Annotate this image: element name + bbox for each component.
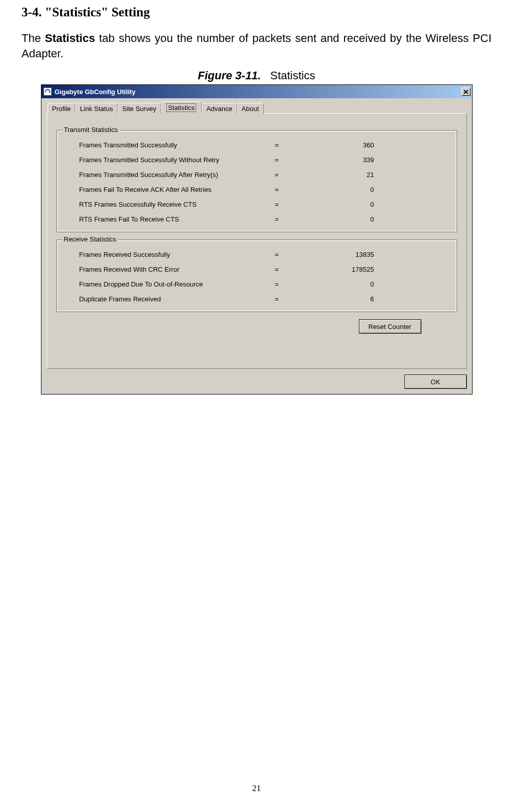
stat-row: Frames Transmitted Successfully After Re… [79,167,446,182]
stat-value: 339 [282,156,374,164]
stat-eq: = [272,251,282,258]
close-button[interactable] [461,87,471,96]
tab-advance[interactable]: Advance [202,103,237,114]
stat-label: Frames Received With CRC Error [79,266,272,273]
stat-value: 360 [282,141,374,149]
stat-value: 0 [282,280,374,288]
stat-row: Frames Received With CRC Error = 178525 [79,262,446,277]
receive-legend: Receive Statistics [62,235,119,243]
tab-link-status[interactable]: Link Status [75,103,117,114]
stat-label: Frames Dropped Due To Out-of-Resource [79,280,272,288]
stat-label: Frames Received Successfully [79,251,272,258]
stat-row: RTS Frames Successfully Receive CTS = 0 [79,197,446,212]
figure-caption: Figure 3-11.Statistics [22,69,491,82]
figure-title: Statistics [270,69,315,82]
stat-eq: = [272,141,282,149]
tab-about[interactable]: About [237,103,264,114]
stat-eq: = [272,295,282,303]
stat-row: Frames Dropped Due To Out-of-Resource = … [79,277,446,292]
stat-label: Frames Fail To Receive ACK After All Ret… [79,186,272,193]
tab-profile[interactable]: Profile [48,103,76,114]
stat-row: Frames Fail To Receive ACK After All Ret… [79,182,446,197]
tab-site-survey-label: Site Survey [122,105,156,113]
stat-value: 178525 [282,266,374,273]
transmit-statistics-group: Transmit Statistics Frames Transmitted S… [56,130,457,232]
tab-about-label: About [242,105,259,113]
tab-site-survey[interactable]: Site Survey [118,103,161,114]
stat-label: RTS Frames Successfully Receive CTS [79,201,272,208]
stat-row: Frames Transmitted Successfully = 360 [79,138,446,152]
stat-label: Frames Transmitted Successfully After Re… [79,171,272,179]
stat-eq: = [272,280,282,288]
stat-eq: = [272,186,282,193]
stat-label: RTS Frames Fail To Receive CTS [79,215,272,223]
tab-link-status-label: Link Status [80,105,113,113]
stat-eq: = [272,171,282,179]
stat-label: Frames Transmitted Successfully Without … [79,156,272,164]
tab-advance-label: Advance [206,105,232,113]
stat-label: Frames Transmitted Successfully [79,141,272,149]
tab-profile-label: Profile [52,105,71,113]
titlebar-text: Gigabyte GbConfig Utility [55,88,461,96]
stat-row: Frames Received Successfully = 13835 [79,247,446,262]
transmit-legend: Transmit Statistics [62,126,120,134]
receive-statistics-group: Receive Statistics Frames Received Succe… [56,239,457,312]
tab-panel: Transmit Statistics Frames Transmitted S… [47,113,467,369]
stat-row: Frames Transmitted Successfully Without … [79,152,446,167]
figure-label: Figure 3-11. [198,69,261,82]
stat-eq: = [272,201,282,208]
stat-row: RTS Frames Fail To Receive CTS = 0 [79,212,446,227]
stat-value: 0 [282,215,374,223]
app-icon [44,87,52,96]
stat-value: 13835 [282,251,374,258]
titlebar: Gigabyte GbConfig Utility [41,85,472,98]
section-body: The Statistics tab shows you the number … [22,31,491,61]
stat-label: Duplicate Frames Received [79,295,272,303]
body-text-pre: The [22,32,45,45]
tab-statistics[interactable]: Statistics [161,101,202,114]
close-icon [463,90,468,94]
tab-statistics-label: Statistics [166,103,196,112]
reset-counter-button[interactable]: Reset Counter [359,319,421,334]
stat-value: 0 [282,186,374,193]
stat-value: 6 [282,295,374,303]
stat-value: 0 [282,201,374,208]
section-heading: 3-4. "Statistics" Setting [22,5,491,19]
dialog-window: Gigabyte GbConfig Utility Profile Link S… [41,84,473,394]
stat-eq: = [272,215,282,223]
tab-strip: Profile Link Status Site Survey Statisti… [48,101,467,114]
stat-eq: = [272,266,282,273]
body-text-bold: Statistics [45,32,95,45]
stat-value: 21 [282,171,374,179]
ok-button[interactable]: OK [404,375,467,389]
stat-eq: = [272,156,282,164]
stat-row: Duplicate Frames Received = 6 [79,292,446,306]
